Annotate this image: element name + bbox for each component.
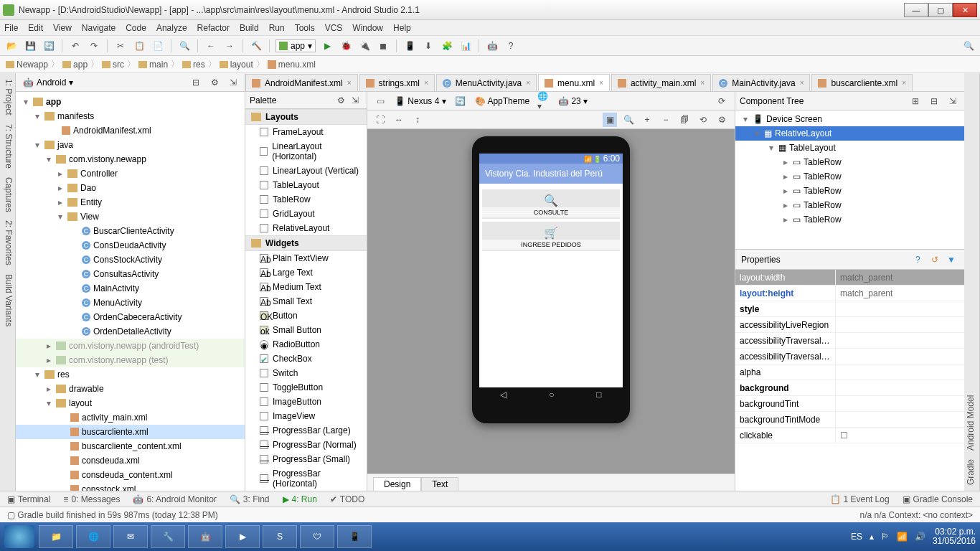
- ct-tablerow[interactable]: ▸▭ TableRow: [735, 169, 964, 184]
- tree-layout-file-selected[interactable]: buscarcliente.xml: [16, 425, 245, 439]
- palette-group-layouts[interactable]: Layouts: [245, 109, 367, 125]
- locale-icon[interactable]: 🌐 ▾: [537, 94, 551, 108]
- palette-item[interactable]: TableRow: [245, 192, 367, 207]
- tab-build-variants[interactable]: Build Variants: [1, 274, 14, 326]
- tab-messages[interactable]: ≡ 0: Messages: [63, 494, 120, 504]
- tree-layout-file[interactable]: consdeuda.xml: [16, 453, 245, 468]
- crumb-layout[interactable]: layout: [220, 60, 253, 70]
- palette-item[interactable]: —ProgressBar (Horizontal): [245, 466, 367, 491]
- tray-clock[interactable]: 03:02 p.m. 31/05/2016: [933, 527, 976, 546]
- tab-text[interactable]: Text: [421, 477, 458, 491]
- collapse-icon[interactable]: ⊟: [189, 75, 203, 90]
- palette-item[interactable]: AbLarge Text: [245, 265, 367, 280]
- tray-chevron-icon[interactable]: ▴: [870, 532, 874, 542]
- attach-icon[interactable]: 🔌: [357, 39, 372, 53]
- menu-window[interactable]: Window: [352, 23, 383, 33]
- close-tab-icon[interactable]: ×: [526, 79, 530, 87]
- paste-icon[interactable]: 📄: [151, 39, 165, 53]
- card-ingrese[interactable]: 🛒 INGRESE PEDIDOS: [482, 222, 620, 251]
- cut-icon[interactable]: ✂: [113, 39, 128, 53]
- editor-tab[interactable]: activity_main.xml×: [611, 74, 711, 91]
- api-dropdown[interactable]: 🤖 23 ▾: [558, 96, 588, 106]
- avd-icon[interactable]: 📱: [402, 39, 417, 53]
- height-icon[interactable]: ↕: [410, 113, 425, 127]
- sdk-icon[interactable]: ⬇: [421, 39, 435, 53]
- tab-favorites[interactable]: 2: Favorites: [1, 220, 14, 265]
- orientation-icon[interactable]: 🔄: [453, 94, 468, 108]
- palette-item[interactable]: Switch: [245, 366, 367, 380]
- tree-class[interactable]: COrdenDetalleActivity: [16, 324, 245, 339]
- editor-tab[interactable]: CMainActivity.java×: [712, 74, 810, 91]
- close-tab-icon[interactable]: ×: [800, 79, 804, 87]
- tree-node-manifest-file[interactable]: AndroidManifest.xml: [16, 123, 245, 138]
- back-icon[interactable]: ←: [204, 39, 218, 53]
- tree-node-app[interactable]: ▾app: [16, 95, 245, 109]
- taskbar-chrome[interactable]: 🌐: [76, 525, 110, 548]
- close-tab-icon[interactable]: ×: [902, 79, 906, 87]
- taskbar-androidstudio[interactable]: 🤖: [188, 525, 222, 548]
- theme-dropdown[interactable]: 🎨 AppTheme: [475, 96, 529, 106]
- menu-help[interactable]: Help: [393, 23, 411, 33]
- tray-flag-icon[interactable]: 🏳: [881, 532, 890, 542]
- palette-item[interactable]: FrameLayout: [245, 125, 367, 139]
- settings-icon[interactable]: ⚙: [715, 113, 729, 127]
- tree-layout-file[interactable]: buscarcliente_content.xml: [16, 439, 245, 453]
- palette-item[interactable]: GridLayout: [245, 207, 367, 221]
- editor-tab[interactable]: buscarcliente.xml×: [811, 74, 913, 91]
- palette-group-widgets[interactable]: Widgets: [245, 235, 367, 251]
- tab-android-monitor[interactable]: 🤖 6: Android Monitor: [133, 494, 216, 504]
- palette-item[interactable]: —ProgressBar (Normal): [245, 438, 367, 452]
- filter-icon[interactable]: ▼: [944, 253, 958, 267]
- ct-tablerow[interactable]: ▸▭ TableRow: [735, 212, 964, 227]
- tab-structure[interactable]: 7: Structure: [1, 124, 14, 169]
- close-tab-icon[interactable]: ×: [424, 79, 428, 87]
- palette-gear-icon[interactable]: ⚙: [334, 93, 348, 108]
- palette-item[interactable]: LinearLayout (Horizontal): [245, 139, 367, 164]
- zoom-out-icon[interactable]: −: [659, 113, 673, 127]
- close-tab-icon[interactable]: ×: [347, 79, 352, 87]
- left-tool-tabs[interactable]: 1: Project 7: Structure Captures 2: Favo…: [0, 73, 16, 491]
- menu-file[interactable]: File: [4, 23, 18, 33]
- tree-class[interactable]: CMainActivity: [16, 281, 245, 296]
- layout-preview-body[interactable]: 🔍 CONSULTE 🛒 INGRESE PEDIDOS: [479, 184, 623, 387]
- expand-icon[interactable]: ⛶: [373, 113, 387, 127]
- system-tray[interactable]: ES ▴ 🏳 📶 🔊 03:02 p.m. 31/05/2016: [851, 527, 976, 546]
- palette-item[interactable]: RelativeLayout: [245, 221, 367, 235]
- palette-item[interactable]: ImageView: [245, 409, 367, 423]
- palette-item[interactable]: OKButton: [245, 309, 367, 323]
- palette-item[interactable]: AbPlain TextView: [245, 251, 367, 265]
- tab-terminal[interactable]: ▣ Terminal: [7, 494, 50, 504]
- tree-class[interactable]: COrdenCabeceraActivity: [16, 310, 245, 324]
- crumb-res[interactable]: res: [182, 60, 205, 70]
- taskbar-outlook[interactable]: ✉: [113, 525, 148, 548]
- refresh-preview-icon[interactable]: ⟲: [696, 113, 710, 127]
- tab-find[interactable]: 🔍 3: Find: [230, 494, 270, 504]
- crumb-root[interactable]: Newapp: [6, 60, 48, 70]
- right-tool-tabs[interactable]: Gradle Android Model: [964, 73, 980, 491]
- save-icon[interactable]: 💾: [23, 39, 37, 53]
- crumb-app[interactable]: app: [62, 60, 88, 70]
- tree-node-java[interactable]: ▾java: [16, 138, 245, 152]
- menu-edit[interactable]: Edit: [28, 23, 43, 33]
- taskbar-explorer[interactable]: 📁: [39, 525, 73, 548]
- editor-tab[interactable]: AndroidManifest.xml×: [245, 74, 358, 91]
- palette-item[interactable]: ImageButton: [245, 395, 367, 409]
- forward-icon[interactable]: →: [222, 39, 237, 53]
- properties-table[interactable]: layout:widthmatch_parent layout:heightma…: [735, 270, 964, 491]
- palette-body[interactable]: Layouts FrameLayout LinearLayout (Horizo…: [245, 109, 367, 491]
- tree-layout-file[interactable]: consstock.xml: [16, 482, 245, 491]
- menu-vcs[interactable]: VCS: [325, 23, 343, 33]
- make-icon[interactable]: 🔨: [249, 39, 263, 53]
- capture-icon[interactable]: 🗐: [677, 113, 692, 127]
- android-icon[interactable]: 🤖: [485, 39, 499, 53]
- palette-item[interactable]: TableLayout: [245, 178, 367, 192]
- device-dropdown[interactable]: 📱 Nexus 4 ▾: [395, 96, 446, 106]
- tab-gradle[interactable]: Gradle: [966, 459, 978, 485]
- debug-icon[interactable]: 🐞: [339, 39, 353, 53]
- close-tab-icon[interactable]: ×: [599, 79, 603, 87]
- hide-icon[interactable]: ⇲: [226, 75, 240, 90]
- crumb-file[interactable]: menu.xml: [268, 60, 316, 70]
- gear-icon[interactable]: ⚙: [207, 75, 222, 90]
- palette-item[interactable]: —ProgressBar (Large): [245, 423, 367, 438]
- project-tree[interactable]: ▾app ▾manifests AndroidManifest.xml ▾jav…: [16, 92, 245, 491]
